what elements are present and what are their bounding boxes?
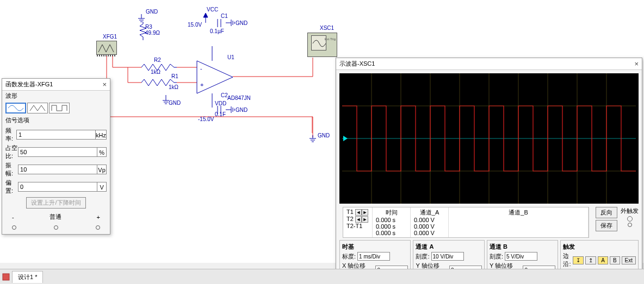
svg-marker-28 — [343, 136, 348, 141]
freq-label: 频率: — [5, 127, 16, 143]
edge-fall-button[interactable]: ↥ — [585, 256, 596, 264]
offset-unit[interactable]: V — [97, 182, 107, 192]
save-button[interactable]: 保存 — [596, 220, 617, 231]
freq-input[interactable] — [16, 130, 96, 140]
svg-rect-29 — [3, 274, 9, 280]
ext-trig-label: 外触发 — [621, 207, 639, 215]
offset-label: 偏置: — [5, 179, 18, 195]
duty-input[interactable] — [18, 147, 97, 157]
chb-scale-input[interactable] — [505, 252, 537, 261]
terminal-common: 普通 — [49, 213, 61, 221]
tab-design1[interactable]: 设计1 * — [12, 271, 43, 283]
wave-square-button[interactable] — [49, 103, 70, 113]
wave-sine-button[interactable] — [5, 103, 26, 113]
scope-title: 示波器-XSC1 — [339, 60, 375, 68]
edge-rise-button[interactable]: ↧ — [573, 256, 584, 264]
svg-text:-: - — [200, 65, 202, 72]
cha-scale-input[interactable] — [431, 252, 464, 261]
freq-unit[interactable]: kHz — [96, 130, 107, 140]
signal-section-label: 信号选项 — [2, 115, 110, 125]
cursor-panel: T1 ◄► T2 ◄► T2-T1 时间 0.000 s 0.000 s 0.0… — [343, 207, 589, 238]
edge-ext-button[interactable]: Ext — [622, 256, 636, 264]
oscilloscope-dialog[interactable]: 示波器-XSC1 × T1 ◄► T2 ◄► T2-T1 时间 0.000 s — [336, 58, 642, 284]
ext-trig-jack[interactable] — [628, 223, 632, 227]
svg-marker-15 — [203, 13, 208, 17]
terminal-minus-jack[interactable] — [12, 225, 16, 230]
amp-label: 振幅: — [5, 161, 18, 178]
svg-marker-0 — [197, 61, 233, 93]
wave-triangle-button[interactable] — [27, 103, 48, 113]
terminal-plus-jack[interactable] — [96, 225, 100, 230]
function-generator-dialog[interactable]: 函数发生器-XFG1 × 波形 信号选项 频率:kHz 占空比:% 振幅:Vp … — [2, 78, 110, 235]
t1-right-button[interactable]: ► — [362, 209, 368, 216]
xfg-title: 函数发生器-XFG1 — [5, 80, 53, 89]
design-icon — [2, 273, 10, 281]
close-icon[interactable]: × — [634, 60, 639, 68]
close-icon[interactable]: × — [102, 80, 107, 89]
svg-text:+: + — [200, 81, 203, 88]
terminal-minus: - — [12, 214, 14, 220]
duty-label: 占空比: — [5, 144, 18, 160]
t2-right-button[interactable]: ► — [362, 216, 368, 223]
tab-bar: 设计1 * — [0, 269, 644, 284]
duty-unit: % — [97, 147, 107, 157]
amp-unit[interactable]: Vp — [97, 165, 107, 174]
wave-section-label: 波形 — [2, 91, 110, 101]
ext-trig-radio[interactable] — [627, 216, 633, 222]
edge-a-button[interactable]: A — [598, 256, 608, 264]
scope-waveform — [339, 73, 639, 204]
t1-left-button[interactable]: ◄ — [355, 209, 362, 216]
reverse-button[interactable]: 反向 — [596, 207, 617, 218]
amp-input[interactable] — [18, 165, 97, 174]
rise-time-button: 设置上升/下降时间 — [26, 197, 85, 209]
t2-left-button[interactable]: ◄ — [355, 216, 362, 223]
terminal-plus: + — [97, 214, 100, 220]
offset-input[interactable] — [18, 182, 97, 192]
timebase-scale-input[interactable] — [357, 252, 390, 261]
terminal-common-jack[interactable] — [54, 225, 58, 230]
scope-screen[interactable] — [339, 73, 639, 204]
edge-b-button[interactable]: B — [610, 256, 620, 264]
